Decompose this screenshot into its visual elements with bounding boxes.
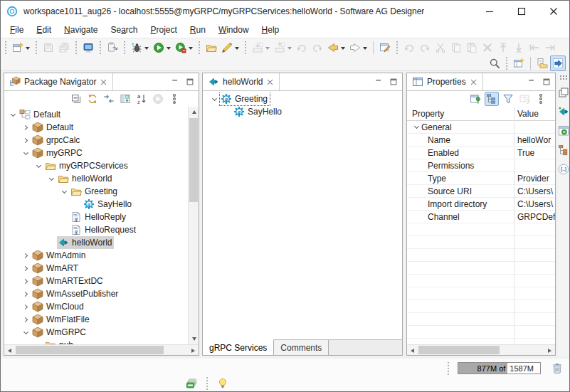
tab-package-navigator[interactable]: Package Navigator: [4, 73, 113, 90]
item-helloreply[interactable]: HelloReply: [4, 211, 188, 223]
maximize-view-button[interactable]: [542, 78, 551, 86]
integration-server-console-button[interactable]: [80, 40, 96, 55]
menu-run[interactable]: Run: [184, 23, 212, 37]
scroll-right-arrow[interactable]: [544, 345, 555, 356]
property-enabled[interactable]: EnabledTrue: [407, 147, 555, 159]
back-history-button[interactable]: [294, 40, 310, 55]
scrollbar-thumb[interactable]: [16, 346, 164, 354]
move-down-button[interactable]: [511, 40, 527, 55]
dropdown-arrow[interactable]: [144, 47, 149, 52]
item-wmcloud[interactable]: WmCloud: [4, 300, 188, 313]
cut-button[interactable]: [433, 40, 448, 55]
resource-perspective-button[interactable]: [534, 55, 550, 71]
scroll-up-arrow[interactable]: [189, 107, 199, 117]
shift-left-button[interactable]: [527, 40, 542, 55]
back-navigation-button[interactable]: [325, 40, 347, 55]
delete-button[interactable]: [480, 40, 495, 55]
import-button[interactable]: [250, 40, 272, 55]
save-all-button[interactable]: [56, 40, 72, 55]
paste-button[interactable]: [464, 40, 480, 55]
highlighter-button[interactable]: [219, 40, 241, 55]
horizontal-scrollbar[interactable]: [407, 344, 555, 355]
scroll-left-arrow[interactable]: [407, 345, 418, 356]
horizontal-scrollbar[interactable]: [4, 344, 199, 355]
drag-handle[interactable]: [559, 75, 568, 80]
item-grpccalc[interactable]: grpcCalc: [4, 134, 188, 147]
dropdown-arrow[interactable]: [167, 47, 171, 52]
property-value[interactable]: C:\Users\: [514, 186, 555, 196]
property-import-directory[interactable]: Import directoryC:\Users\: [407, 198, 555, 211]
menu-navigate[interactable]: Navigate: [58, 23, 104, 37]
window-maximize-button[interactable]: [505, 1, 537, 22]
expander-icon[interactable]: [20, 152, 31, 154]
item-greeting[interactable]: Greeting: [206, 92, 401, 105]
window-close-button[interactable]: [537, 1, 569, 22]
shift-right-button[interactable]: [542, 40, 558, 55]
scrollbar-thumb[interactable]: [189, 118, 198, 202]
forward-history-button[interactable]: [310, 40, 325, 55]
editor-buffer-indicator[interactable]: [184, 376, 199, 391]
property-value[interactable]: Provider: [514, 174, 555, 184]
dropdown-arrow[interactable]: [26, 47, 30, 52]
close-icon[interactable]: [100, 78, 107, 86]
scroll-right-arrow[interactable]: [188, 345, 199, 356]
item-greeting[interactable]: Greeting: [4, 185, 188, 198]
property-channel[interactable]: ChannelGRPCDef: [407, 211, 555, 223]
copy-button[interactable]: [448, 40, 464, 55]
run-service-button[interactable]: [151, 92, 165, 106]
item-hellorequest[interactable]: HelloRequest: [4, 223, 188, 236]
menu-help[interactable]: Help: [255, 23, 286, 37]
tab-grpc-services[interactable]: gRPC Services: [203, 339, 274, 355]
new-button[interactable]: [10, 40, 32, 55]
item-wmassetpublisher[interactable]: WmAssetPublisher: [4, 287, 188, 300]
expander-icon[interactable]: [20, 305, 31, 309]
expander-icon[interactable]: [20, 126, 31, 129]
expander-icon[interactable]: [46, 178, 57, 180]
menu-search[interactable]: Search: [104, 23, 144, 37]
menu-edit[interactable]: Edit: [30, 23, 58, 37]
redo-button[interactable]: [417, 40, 433, 55]
expander-icon[interactable]: [20, 292, 31, 296]
filter-button[interactable]: [501, 92, 515, 106]
drag-handle[interactable]: [447, 362, 450, 375]
package-hierarchy-view-button[interactable]: [556, 143, 570, 157]
dropdown-arrow[interactable]: [189, 47, 193, 52]
tab-helloworld-editor[interactable]: helloWorld: [203, 73, 280, 90]
service-development-perspective-button[interactable]: [550, 55, 566, 71]
property-value[interactable]: True: [514, 148, 555, 158]
property-value[interactable]: C:\Users\: [514, 199, 555, 209]
menu-file[interactable]: File: [4, 23, 30, 37]
dropdown-arrow[interactable]: [265, 47, 270, 52]
item-wmgrpc[interactable]: WmGRPC: [4, 326, 188, 339]
json-view-button[interactable]: [556, 162, 570, 176]
property-group-general[interactable]: General: [407, 121, 555, 134]
column-value[interactable]: Value: [514, 109, 555, 119]
service-execution-view-button[interactable]: [556, 124, 570, 138]
property-permissions[interactable]: Permissions: [407, 159, 555, 172]
expander-icon[interactable]: [58, 191, 70, 193]
item-wmflatfile[interactable]: WmFlatFile: [4, 313, 188, 326]
expander-icon[interactable]: [7, 114, 19, 116]
run-button[interactable]: [151, 40, 173, 55]
expander-icon[interactable]: [33, 165, 44, 167]
pin-to-selection-button[interactable]: [468, 92, 482, 106]
expander-icon[interactable]: [20, 254, 31, 258]
expander-icon[interactable]: [20, 139, 31, 142]
property-value[interactable]: GRPCDef: [514, 212, 555, 222]
view-menu-button[interactable]: [167, 92, 181, 106]
collapse-all-button[interactable]: [69, 92, 83, 106]
item-default[interactable]: Default: [4, 121, 188, 134]
tab-properties[interactable]: Properties: [407, 73, 483, 90]
minimize-editor-button[interactable]: [374, 78, 383, 86]
menu-window[interactable]: Window: [212, 23, 255, 37]
scroll-left-arrow[interactable]: [4, 345, 15, 356]
item-mygrpcservices[interactable]: myGRPCServices: [4, 159, 188, 172]
item-wmadmin[interactable]: WmAdmin: [4, 249, 188, 262]
window-minimize-button[interactable]: [473, 1, 505, 22]
forward-navigation-button[interactable]: [347, 40, 369, 55]
save-button[interactable]: [41, 40, 56, 55]
undo-button[interactable]: [401, 40, 417, 55]
maximize-view-button[interactable]: [186, 78, 194, 86]
sort-alphabetically-button[interactable]: [134, 92, 149, 106]
scroll-down-arrow[interactable]: [189, 334, 199, 344]
